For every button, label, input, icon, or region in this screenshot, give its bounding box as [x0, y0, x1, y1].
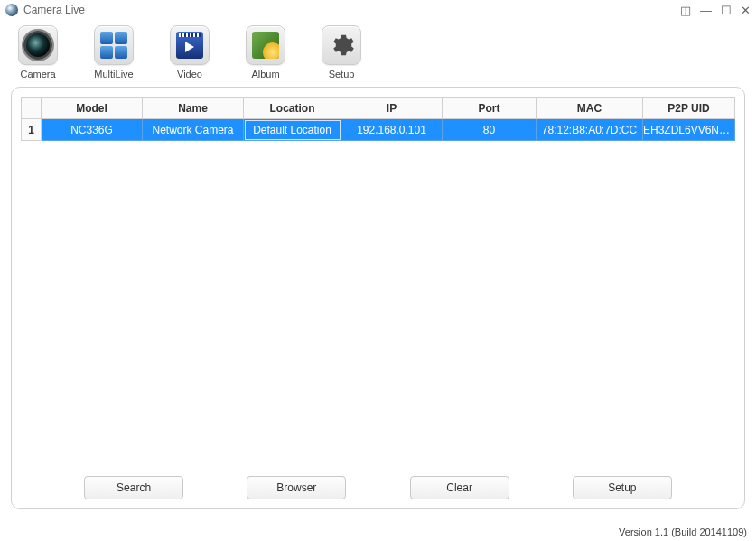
toolbar-setup-label: Setup [329, 69, 355, 79]
status-bar: Version 1.1 (Build 20141109) [619, 527, 747, 537]
toolbar-setup[interactable]: Setup [316, 25, 367, 79]
restore-hint-icon[interactable]: ◫ [680, 5, 691, 16]
toolbar-camera[interactable]: Camera [13, 25, 63, 79]
toolbar-camera-label: Camera [20, 69, 55, 79]
cell[interactable]: 78:12:B8:A0:7D:CC [537, 119, 643, 141]
header-name[interactable]: Name [143, 98, 244, 119]
cell[interactable]: NC336G [42, 119, 143, 141]
cell[interactable]: Network Camera [143, 119, 244, 141]
header-location[interactable]: Location [244, 98, 341, 119]
toolbar-video-label: Video [177, 69, 202, 79]
header-rownum [22, 98, 42, 119]
row-number: 1 [22, 119, 42, 141]
album-icon [252, 32, 279, 59]
device-table-wrap: Model Name Location IP Port MAC P2P UID … [21, 97, 735, 449]
toolbar-video[interactable]: Video [164, 25, 215, 79]
cell[interactable]: Default Location [244, 119, 341, 141]
clear-button[interactable]: Clear [410, 476, 509, 499]
toolbar-album-label: Album [251, 69, 279, 79]
main-toolbar: Camera MultiLive Video Album Setup [0, 20, 756, 87]
button-row: Search Browser Clear Setup [12, 476, 744, 499]
header-p2puid[interactable]: P2P UID [643, 98, 735, 119]
app-title: Camera Live [23, 4, 680, 16]
browser-button[interactable]: Browser [247, 476, 346, 499]
minimize-icon[interactable]: — [700, 5, 712, 16]
header-port[interactable]: Port [443, 98, 537, 119]
gear-icon [328, 32, 355, 59]
toolbar-multilive[interactable]: MultiLive [89, 25, 139, 79]
setup-button[interactable]: Setup [573, 476, 672, 499]
header-ip[interactable]: IP [341, 98, 443, 119]
header-mac[interactable]: MAC [537, 98, 643, 119]
header-model[interactable]: Model [42, 98, 143, 119]
cell[interactable]: EH3ZDL6VV6N9E... [643, 119, 735, 141]
table-header-row: Model Name Location IP Port MAC P2P UID [22, 98, 735, 119]
search-button[interactable]: Search [84, 476, 183, 499]
video-icon [176, 32, 203, 59]
toolbar-multilive-label: MultiLive [94, 69, 133, 79]
table-row[interactable]: 1NC336GNetwork CameraDefault Location192… [22, 119, 735, 141]
device-panel: Model Name Location IP Port MAC P2P UID … [11, 87, 745, 509]
maximize-icon[interactable]: ☐ [721, 5, 732, 16]
titlebar: Camera Live ◫ — ☐ ✕ [0, 0, 756, 20]
cell[interactable]: 80 [443, 119, 537, 141]
toolbar-album[interactable]: Album [240, 25, 291, 79]
camera-icon [23, 31, 52, 60]
multilive-icon [100, 32, 127, 59]
app-icon [5, 4, 18, 16]
device-table: Model Name Location IP Port MAC P2P UID … [21, 97, 735, 141]
cell[interactable]: 192.168.0.101 [341, 119, 443, 141]
close-icon[interactable]: ✕ [741, 5, 751, 16]
